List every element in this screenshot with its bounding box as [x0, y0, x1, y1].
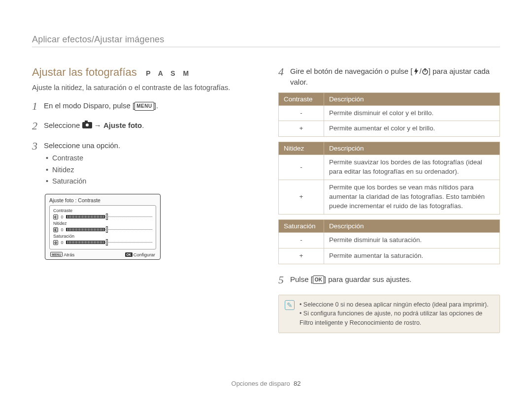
flash-icon	[413, 68, 420, 75]
step-2: 2 Seleccione → Ajuste foto.	[32, 120, 259, 132]
table-contraste: ContrasteDescripción -Permite disminuir …	[278, 93, 500, 137]
step-1: 1 En el modo Disparo, pulse [MENU].	[32, 100, 259, 112]
left-column: Ajustar las fotografías P A S M Ajuste l…	[32, 66, 259, 333]
td-desc: Permite que los bordes se vean más nítid…	[324, 180, 500, 215]
step-4-pre: Gire el botón de navegación o pulse [	[290, 67, 413, 75]
step-2-text-pre: Seleccione	[44, 121, 82, 129]
td-desc: Permite disminuir la saturación.	[324, 232, 500, 248]
preview-title: Ajuste foto : Contraste	[49, 197, 156, 203]
menu-icon: MENU	[134, 102, 154, 111]
td-sym: +	[279, 180, 324, 215]
step-number: 2	[32, 120, 44, 132]
camera-icon	[82, 122, 92, 128]
bullet-item: Saturación	[46, 176, 259, 187]
table-saturacion: SaturaciónDescripción -Permite disminuir…	[278, 219, 500, 264]
preview-set: OKConfigurar	[125, 252, 155, 257]
step-3: 3 Seleccione una opción. Contraste Nitid…	[32, 140, 259, 187]
camera-preview: Ajuste foto : Contraste Contraste ◐ 0 Ni…	[45, 194, 161, 260]
step-number: 1	[32, 100, 44, 112]
step-1-text-post: ].	[154, 101, 158, 110]
td-sym: +	[279, 248, 324, 264]
note-icon: ✎	[285, 300, 295, 310]
td-desc: Permite suavizar los bordes de las fotog…	[324, 155, 500, 180]
step-2-end: .	[142, 121, 144, 129]
table-nitidez: NitidezDescripción -Permite suavizar los…	[278, 142, 500, 214]
step-2-bold: Ajuste foto	[103, 121, 142, 129]
step-number: 5	[278, 274, 290, 286]
step-1-text-pre: En el modo Disparo, pulse [	[44, 101, 134, 110]
arrow-text: →	[92, 121, 103, 129]
td-sym: -	[279, 232, 324, 248]
td-sym: -	[279, 105, 324, 121]
bullet-item: Contraste	[46, 153, 259, 164]
page-number: 82	[294, 380, 300, 387]
th-param: Nitidez	[279, 142, 324, 155]
preview-value: 0	[60, 227, 64, 232]
th-param: Saturación	[279, 219, 324, 232]
right-column: 4 Gire el botón de navegación o pulse [/…	[278, 66, 500, 333]
footer-label: Opciones de disparo	[232, 380, 290, 387]
saturation-icon: ◍	[53, 240, 58, 245]
intro-text: Ajuste la nitidez, la saturación o el co…	[32, 83, 259, 93]
ok-icon: OK	[125, 252, 133, 257]
td-desc: Permite aumentar el color y el brillo.	[324, 121, 500, 137]
preview-row-label: Contraste	[53, 208, 152, 213]
breadcrumb: Aplicar efectos/Ajustar imágenes	[32, 34, 500, 47]
step-5: 5 Pulse [OK] para guardar sus ajustes.	[278, 274, 500, 286]
section-title: Ajustar las fotografías	[32, 66, 137, 78]
step-4: 4 Gire el botón de navegación o pulse [/…	[278, 66, 500, 88]
timer-icon	[422, 68, 429, 75]
contrast-icon: ◐	[53, 215, 58, 219]
preview-slider	[66, 227, 152, 232]
step-number: 3	[32, 140, 44, 187]
note-item: Seleccione 0 si no desea aplicar ningún …	[299, 300, 494, 309]
td-desc: Permite disminuir el color y el brillo.	[324, 105, 500, 121]
preview-back: MENUAtrás	[50, 252, 74, 257]
preview-row-label: Nitidez	[53, 221, 152, 226]
step-3-text: Seleccione una opción.	[44, 141, 120, 150]
step-5-post: ] para guardar sus ajustes.	[324, 275, 412, 283]
td-sym: +	[279, 121, 324, 137]
sharpness-icon: ◧	[53, 227, 58, 232]
td-desc: Permite aumentar la saturación.	[324, 248, 500, 264]
menu-icon: MENU	[50, 252, 63, 257]
step-number: 4	[278, 66, 290, 88]
step-5-pre: Pulse [	[290, 275, 313, 283]
th-desc: Descripción	[324, 93, 500, 105]
preview-row-label: Saturación	[53, 234, 152, 239]
preview-slider	[66, 215, 152, 219]
th-desc: Descripción	[324, 142, 500, 155]
page-footer: Opciones de disparo 82	[0, 380, 532, 387]
th-desc: Descripción	[324, 219, 500, 232]
mode-badges: P A S M	[146, 69, 192, 77]
ok-icon: OK	[313, 276, 324, 284]
th-param: Contraste	[279, 93, 324, 105]
bullet-item: Nitidez	[46, 164, 259, 176]
preview-value: 0	[60, 215, 64, 219]
note-item: Si configura funciones de ajuste, no pod…	[299, 309, 494, 328]
td-sym: -	[279, 155, 324, 180]
preview-slider	[66, 240, 152, 245]
preview-value: 0	[60, 240, 64, 245]
note-box: ✎ Seleccione 0 si no desea aplicar ningú…	[278, 295, 500, 333]
